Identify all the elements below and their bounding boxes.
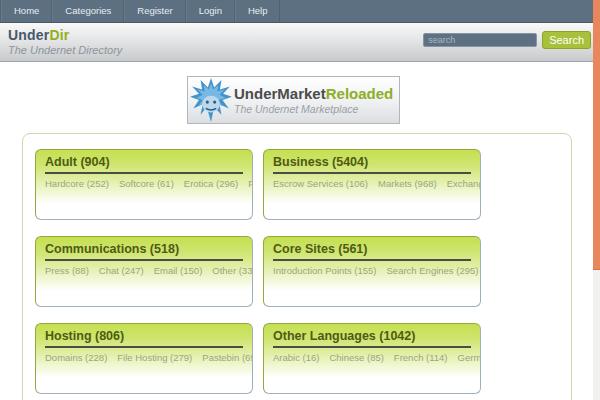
nav-item[interactable]: Register bbox=[124, 0, 185, 22]
subcategory-link[interactable]: Other (33) bbox=[212, 265, 253, 276]
category-title[interactable]: Adult (904) bbox=[45, 155, 243, 174]
subcategory-link[interactable]: Hardcore (252) bbox=[45, 178, 109, 189]
subcategory-link[interactable]: Introduction Points (155) bbox=[273, 265, 377, 276]
subcategory-link[interactable]: Exchanges (65) bbox=[447, 178, 481, 189]
category-grid: Adult (904) Hardcore (252)Softcore (61)E… bbox=[35, 149, 505, 400]
brand-tagline: The Undernet Directory bbox=[8, 44, 122, 56]
nav-item[interactable]: Categories bbox=[52, 0, 124, 22]
page-title: UnderDir The Undernet Directory bbox=[8, 27, 122, 56]
subcategory-link[interactable]: File Hosting (279) bbox=[117, 352, 192, 363]
nav-item[interactable]: Login bbox=[186, 0, 235, 22]
subcategory-link[interactable]: Email (150) bbox=[154, 265, 203, 276]
subcategory-link[interactable]: Escrow Services (106) bbox=[273, 178, 368, 189]
top-navbar: HomeCategoriesRegisterLoginHelp bbox=[0, 0, 600, 23]
category-box-adult: Adult (904) Hardcore (252)Softcore (61)E… bbox=[35, 149, 253, 220]
subcategory-link[interactable]: Domains (228) bbox=[45, 352, 107, 363]
subcategory-link[interactable]: Search Engines (295) bbox=[387, 265, 479, 276]
banner-title-primary: UnderMarket bbox=[234, 85, 326, 102]
subcategory-links: Escrow Services (106)Markets (968)Exchan… bbox=[273, 176, 471, 191]
nav-item[interactable]: Help bbox=[235, 0, 281, 22]
subcategory-links: Hardcore (252)Softcore (61)Erotica (296)… bbox=[45, 176, 243, 191]
brand-accent: Dir bbox=[49, 27, 69, 43]
category-title[interactable]: Hosting (806) bbox=[45, 329, 243, 348]
subcategory-link[interactable]: Chat (247) bbox=[99, 265, 144, 276]
subcategory-links: Arabic (16)Chinese (85)French (114)Germa… bbox=[273, 350, 471, 365]
banner-text: UnderMarketReloaded The Undernet Marketp… bbox=[234, 85, 393, 115]
subcategory-links: Introduction Points (155)Search Engines … bbox=[273, 263, 471, 278]
subcategory-link[interactable]: Softcore (61) bbox=[119, 178, 174, 189]
category-box-hosting: Hosting (806) Domains (228)File Hosting … bbox=[35, 323, 253, 394]
subcategory-link[interactable]: Erotica (296) bbox=[184, 178, 238, 189]
subcategory-links: Press (88)Chat (247)Email (150)Other (33… bbox=[45, 263, 243, 278]
category-box-core-sites: Core Sites (561) Introduction Points (15… bbox=[263, 236, 481, 307]
subcategory-link[interactable]: Chinese (85) bbox=[329, 352, 383, 363]
search-area: Search bbox=[423, 31, 591, 49]
subcategory-link[interactable]: Press (88) bbox=[45, 265, 89, 276]
brand-primary: Under bbox=[8, 27, 49, 43]
spiky-blue-hair-character-icon bbox=[190, 78, 232, 122]
subcategory-link[interactable]: Markets (968) bbox=[378, 178, 437, 189]
category-box-communications: Communications (518) Press (88)Chat (247… bbox=[35, 236, 253, 307]
subcategory-links: Domains (228)File Hosting (279)Pastebin … bbox=[45, 350, 243, 365]
category-box-business: Business (5404) Escrow Services (106)Mar… bbox=[263, 149, 481, 220]
subcategory-link[interactable]: Arabic (16) bbox=[273, 352, 319, 363]
subcategory-link[interactable]: Pastebin (69) bbox=[202, 352, 253, 363]
search-button[interactable]: Search bbox=[542, 31, 591, 49]
subcategory-link[interactable]: French (114) bbox=[394, 352, 448, 363]
search-input[interactable] bbox=[423, 33, 537, 47]
category-title[interactable]: Other Languages (1042) bbox=[273, 329, 471, 348]
scrollbar-thumb[interactable] bbox=[593, 0, 600, 270]
banner-title-accent: Reloaded bbox=[326, 85, 394, 102]
directory-container: Adult (904) Hardcore (252)Softcore (61)E… bbox=[22, 133, 572, 400]
scrollbar-track[interactable] bbox=[593, 0, 600, 400]
site-header: UnderDir The Undernet Directory Search bbox=[0, 23, 600, 62]
nav-items: HomeCategoriesRegisterLoginHelp bbox=[0, 0, 600, 22]
category-title[interactable]: Communications (518) bbox=[45, 242, 243, 261]
undermarket-banner[interactable]: UnderMarketReloaded The Undernet Marketp… bbox=[187, 76, 400, 124]
category-title[interactable]: Business (5404) bbox=[273, 155, 471, 174]
banner-title: UnderMarketReloaded bbox=[234, 85, 393, 102]
category-box-other-languages: Other Languages (1042) Arabic (16)Chines… bbox=[263, 323, 481, 394]
subcategory-link[interactable]: Fetish (42) bbox=[248, 178, 253, 189]
subcategory-link[interactable]: German (98) bbox=[458, 352, 481, 363]
category-title[interactable]: Core Sites (561) bbox=[273, 242, 471, 261]
brand-logo-text[interactable]: UnderDir bbox=[8, 27, 122, 43]
nav-item[interactable]: Home bbox=[1, 0, 52, 22]
banner-tagline: The Undernet Marketplace bbox=[234, 103, 393, 115]
